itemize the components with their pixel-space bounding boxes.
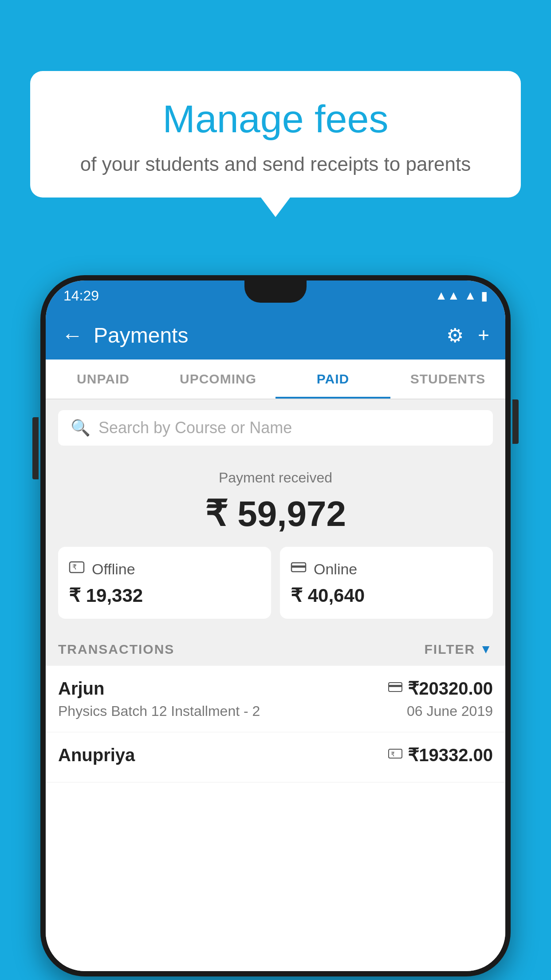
transaction-row1: Anupriya ₹ ₹19332.00 <box>58 745 493 765</box>
payment-summary: Payment received ₹ 59,972 ₹ Offline <box>46 456 505 631</box>
speech-bubble: Manage fees of your students and send re… <box>30 71 521 198</box>
payment-total: ₹ 59,972 <box>58 493 493 534</box>
status-bar: 14:29 ▲▲ ▲ ▮ <box>46 281 505 311</box>
notch <box>244 281 307 303</box>
offline-payment-icon: ₹ <box>388 747 402 763</box>
app-bar-icons: ⚙ + <box>446 324 489 347</box>
bubble-subtitle: of your students and send receipts to pa… <box>52 153 499 175</box>
offline-label: Offline <box>92 561 135 578</box>
online-amount: ₹ 40,640 <box>291 585 482 606</box>
payment-cards: ₹ Offline ₹ 19,332 <box>58 547 493 619</box>
wifi-icon: ▲▲ <box>435 288 460 303</box>
search-container: 🔍 Search by Course or Name <box>46 399 505 456</box>
transaction-row1: Arjun ₹20320.00 <box>58 678 493 699</box>
online-card: Online ₹ 40,640 <box>280 547 493 619</box>
svg-rect-0 <box>70 562 84 573</box>
filter-icon: ▼ <box>480 642 493 656</box>
transactions-header: TRANSACTIONS FILTER ▼ <box>46 631 505 666</box>
tab-paid[interactable]: PAID <box>276 360 390 399</box>
transaction-name: Anupriya <box>58 745 135 765</box>
transaction-amount-wrapper: ₹20320.00 <box>388 678 493 699</box>
transaction-amount: ₹19332.00 <box>408 745 493 765</box>
battery-icon: ▮ <box>481 288 488 303</box>
payment-received-label: Payment received <box>58 470 493 486</box>
online-label: Online <box>314 561 357 578</box>
transaction-item[interactable]: Arjun ₹20320.00 Physics Batch 12 Install… <box>46 666 505 732</box>
offline-card-header: ₹ Offline <box>69 559 260 579</box>
transaction-list: Arjun ₹20320.00 Physics Batch 12 Install… <box>46 666 505 971</box>
svg-text:₹: ₹ <box>72 563 77 571</box>
phone-shell: 14:29 ▲▲ ▲ ▮ ← Payments ⚙ + UNPAID UPCOM… <box>40 275 511 976</box>
transactions-label: TRANSACTIONS <box>58 642 174 657</box>
svg-text:₹: ₹ <box>391 751 395 758</box>
svg-rect-3 <box>291 565 306 568</box>
plus-icon[interactable]: + <box>478 324 489 346</box>
app-title: Payments <box>94 323 446 348</box>
online-card-header: Online <box>291 559 482 579</box>
search-placeholder: Search by Course or Name <box>98 419 292 437</box>
transaction-date: 06 June 2019 <box>407 703 493 719</box>
transaction-amount-wrapper: ₹ ₹19332.00 <box>388 745 493 765</box>
transaction-course: Physics Batch 12 Installment - 2 <box>58 703 260 719</box>
transaction-name: Arjun <box>58 679 104 699</box>
svg-rect-5 <box>389 685 402 687</box>
search-bar[interactable]: 🔍 Search by Course or Name <box>58 410 493 446</box>
bubble-title: Manage fees <box>52 98 499 141</box>
gear-icon[interactable]: ⚙ <box>446 324 464 347</box>
tab-students[interactable]: STUDENTS <box>390 360 505 399</box>
offline-card: ₹ Offline ₹ 19,332 <box>58 547 271 619</box>
app-bar: ← Payments ⚙ + <box>46 311 505 360</box>
tab-unpaid[interactable]: UNPAID <box>46 360 161 399</box>
online-icon <box>291 559 307 579</box>
filter-button[interactable]: FILTER ▼ <box>425 642 493 657</box>
transaction-amount: ₹20320.00 <box>408 678 493 699</box>
phone-screen: 14:29 ▲▲ ▲ ▮ ← Payments ⚙ + UNPAID UPCOM… <box>46 281 505 971</box>
offline-amount: ₹ 19,332 <box>69 585 260 606</box>
tabs: UNPAID UPCOMING PAID STUDENTS <box>46 360 505 399</box>
status-icons: ▲▲ ▲ ▮ <box>435 288 488 303</box>
transaction-item[interactable]: Anupriya ₹ ₹19332.00 <box>46 732 505 782</box>
online-payment-icon <box>388 681 402 696</box>
search-icon: 🔍 <box>71 419 91 437</box>
tab-upcoming[interactable]: UPCOMING <box>161 360 276 399</box>
signal-icon: ▲ <box>464 288 476 303</box>
back-button[interactable]: ← <box>62 323 83 348</box>
transaction-row2: Physics Batch 12 Installment - 2 06 June… <box>58 703 493 719</box>
status-time: 14:29 <box>63 288 99 304</box>
offline-icon: ₹ <box>69 559 85 579</box>
